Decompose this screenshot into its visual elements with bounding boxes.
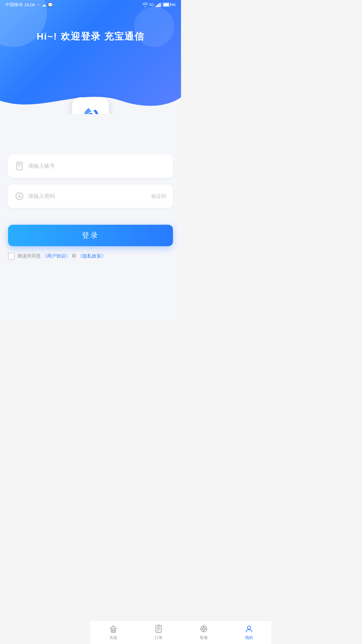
svg-rect-1 — [157, 5, 158, 7]
time-label: 16:06 — [24, 2, 35, 7]
login-button[interactable]: 登录 — [8, 225, 173, 246]
agreement-row: 阅读并同意 《用户协议》 和 《隐私政策》 — [0, 246, 181, 260]
verify-code-button[interactable]: 验证码 — [151, 193, 166, 200]
password-input[interactable] — [28, 193, 151, 199]
account-input[interactable] — [28, 163, 166, 169]
main-content: 验证码 登录 阅读并同意 《用户协议》 和 《隐私政策》 — [0, 114, 181, 322]
password-input-card: 验证码 — [8, 184, 173, 208]
agreement-checkbox[interactable] — [8, 253, 15, 260]
svg-point-11 — [19, 195, 20, 195]
svg-rect-2 — [158, 4, 159, 7]
password-icon — [15, 192, 24, 201]
status-left: 中国移动 16:06 ☜ ☁ 💬 — [5, 2, 53, 8]
hand-icon: ☜ — [37, 2, 41, 7]
svg-rect-6 — [17, 162, 22, 170]
svg-rect-8 — [18, 165, 21, 166]
svg-rect-9 — [18, 166, 20, 167]
account-input-card — [8, 154, 173, 178]
agreement-middle: 和 — [72, 253, 76, 259]
svg-rect-0 — [156, 6, 157, 7]
app-logo-svg — [78, 103, 103, 114]
wifi-icon — [142, 3, 148, 7]
status-right: 4G 96 — [142, 3, 176, 7]
status-bar: 中国移动 16:06 ☜ ☁ 💬 4G — [0, 0, 181, 9]
agreement-prefix: 阅读并同意 — [17, 253, 41, 259]
privacy-policy-link[interactable]: 《隐私政策》 — [78, 253, 106, 259]
signal-icon — [156, 3, 162, 7]
agreement-text: 阅读并同意 《用户协议》 和 《隐私政策》 — [17, 253, 106, 259]
cloud-icon: ☁ — [42, 2, 46, 7]
svg-point-5 — [88, 113, 93, 114]
svg-rect-7 — [18, 164, 21, 164]
app-logo-wrapper — [72, 97, 109, 114]
app-logo-box — [72, 97, 109, 114]
svg-rect-4 — [161, 3, 162, 7]
welcome-title: Hi~! 欢迎登录 充宝通信 — [0, 30, 181, 43]
input-section: 验证码 — [0, 154, 181, 208]
chat-icon: 💬 — [48, 2, 53, 7]
account-icon — [15, 161, 24, 171]
login-button-wrapper: 登录 — [0, 225, 181, 246]
user-agreement-link[interactable]: 《用户协议》 — [42, 253, 70, 259]
network-type: 4G — [149, 3, 154, 7]
battery-label: 96 — [172, 3, 176, 7]
carrier-label: 中国移动 — [5, 2, 23, 8]
battery-icon — [163, 3, 170, 7]
svg-rect-3 — [160, 3, 161, 7]
